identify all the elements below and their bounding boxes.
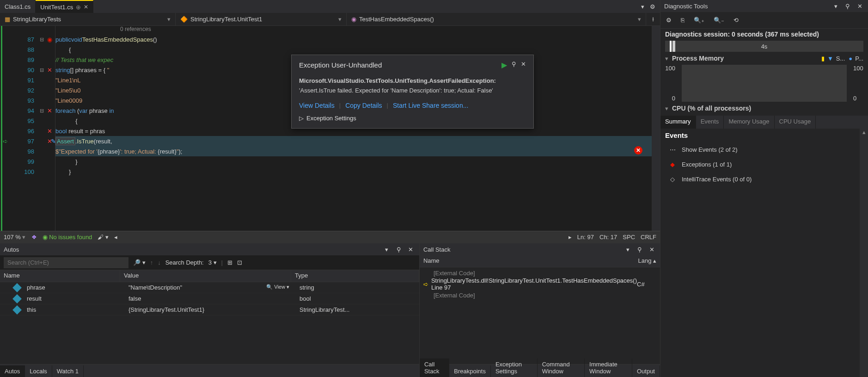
breadcrumb-method[interactable]: ◉TestHasEmbeddedSpaces()▾ (347, 13, 646, 25)
tab-watch1[interactable]: Watch 1 (52, 365, 84, 377)
variable-icon (12, 283, 22, 292)
copy-details-link[interactable]: Copy Details (345, 102, 382, 109)
tab-breakpoints[interactable]: Breakpoints (449, 365, 491, 377)
continue-icon[interactable]: ▶ (501, 61, 507, 69)
health-icon[interactable]: ❖ (31, 234, 37, 241)
pin-icon[interactable]: ⚲ (394, 245, 403, 254)
callstack-row[interactable]: ➪ StringLibraryTests.dll!StringLibraryTe… (420, 278, 660, 290)
event-intellitrace[interactable]: ◇ IntelliTrace Events (0 of 0) (660, 172, 868, 186)
memory-chart[interactable] (682, 65, 847, 102)
snapshot-icon[interactable]: ⎘ (681, 17, 685, 24)
brush-icon[interactable]: 🖌 ▾ (98, 234, 109, 241)
col-lang[interactable]: Lang ▴ (632, 255, 660, 267)
collapse-icon[interactable]: ▾ (665, 105, 668, 112)
tab-callstack[interactable]: Call Stack (420, 358, 449, 377)
expand-icon[interactable]: ⊡ (237, 259, 242, 266)
diag-tabs: Summary Events Memory Usage CPU Usage (660, 116, 868, 129)
live-share-link[interactable]: Start Live Share session... (393, 102, 468, 109)
diag-timeline[interactable]: 4s (665, 41, 863, 52)
tab-output[interactable]: Output (632, 365, 660, 377)
view-visualizer[interactable]: 🔍 View ▾ (266, 284, 292, 291)
gear-icon[interactable]: ⚙ (666, 17, 672, 24)
lineend-indicator[interactable]: CRLF (641, 234, 656, 241)
chevron-down-icon[interactable]: ▾ (638, 2, 647, 11)
tab-cpuusage[interactable]: CPU Usage (775, 116, 816, 129)
breakpoint-fail-icon[interactable]: ✕ (46, 127, 53, 135)
pin-icon[interactable]: ⚲ (635, 245, 644, 254)
collapse-icon[interactable]: ▾ (665, 55, 668, 62)
codelens-references[interactable]: 0 references (55, 26, 652, 34)
autos-row[interactable]: phrase "Name\tDescription"🔍 View ▾ strin… (0, 282, 419, 293)
close-icon[interactable]: ✕ (647, 245, 656, 254)
indent-indicator[interactable]: SPC (623, 234, 635, 241)
event-show-all[interactable]: ⋯ Show Events (2 of 2) (660, 142, 868, 157)
event-exceptions[interactable]: ◆ Exceptions (1 of 1) (660, 157, 868, 172)
breakpoint-fail-icon[interactable]: ✕ (46, 107, 53, 114)
zoom-in-icon[interactable]: 🔍₊ (694, 17, 704, 24)
tab-autos[interactable]: Autos (0, 365, 25, 377)
fold-icon[interactable]: ⊟ (40, 108, 44, 114)
breakpoint-fail-icon[interactable]: ✕ (46, 66, 53, 74)
autos-row[interactable]: this {StringLibraryTest.UnitTest1} Strin… (0, 304, 419, 315)
zoom-out-icon[interactable]: 🔍₋ (714, 17, 724, 24)
breadcrumb-namespace[interactable]: ▦StringLibraryTests▾ (0, 13, 176, 25)
col-name[interactable]: Name (420, 255, 632, 267)
window-menu-icon[interactable]: ▾ (623, 245, 632, 254)
autos-toolbar: 🔎 ▾ ↑ ↓ Search Depth: 3 ▾ | ⊞ ⊡ (0, 255, 419, 270)
tab-cmdwindow[interactable]: Command Window (538, 358, 585, 377)
variable-icon (12, 305, 22, 315)
col-name[interactable]: Name (0, 270, 120, 282)
exception-message: Microsoft.VisualStudio.TestTools.UnitTes… (299, 76, 526, 95)
tab-excsettings[interactable]: Exception Settings (491, 358, 538, 377)
close-icon[interactable]: ✕ (406, 245, 416, 254)
tab-memusage[interactable]: Memory Usage (724, 116, 774, 129)
col-indicator[interactable]: Ch: 17 (599, 234, 617, 241)
tab-locals[interactable]: Locals (25, 365, 52, 377)
fold-icon[interactable]: ⊟ (40, 67, 44, 73)
gear-icon[interactable]: ⚙ (648, 2, 657, 11)
split-icon[interactable]: ⫲ (648, 15, 658, 24)
exception-settings-toggle[interactable]: ▷Exception Settings (299, 115, 526, 122)
prev-icon[interactable]: ↑ (150, 259, 153, 266)
pin-icon[interactable]: ⚲ (512, 61, 516, 69)
callstack-row[interactable]: [External Code] (420, 290, 660, 301)
col-type[interactable]: Type (291, 270, 419, 282)
tab-class1[interactable]: Class1.cs (0, 0, 36, 13)
autos-bottom-tabs: Autos Locals Watch 1 (0, 364, 419, 377)
zoom-level[interactable]: 107 % (4, 234, 26, 241)
pin-icon[interactable]: ⊕ (76, 4, 81, 11)
pin-icon[interactable]: ⚲ (843, 1, 852, 11)
fold-icon[interactable]: ⊟ (40, 37, 44, 43)
close-icon[interactable]: ✕ (521, 61, 526, 69)
error-badge-icon[interactable]: ✕ (634, 146, 642, 155)
intellitrace-icon: ◇ (669, 175, 676, 183)
events-title: Events (660, 129, 868, 142)
code-editor[interactable]: 87⊟◉ 88 89 90⊟✕ 91 92 93 94⊟✕ 95 96✕ ➪97… (0, 26, 660, 231)
tab-unittest1[interactable]: UnitTest1.cs ⊕ ✕ (36, 0, 93, 13)
tab-events[interactable]: Events (696, 116, 724, 129)
breadcrumb-class[interactable]: 🔶StringLibraryTest.UnitTest1▾ (176, 13, 347, 25)
close-icon[interactable]: ✕ (84, 4, 88, 10)
search-icon[interactable]: 🔎 ▾ (133, 259, 146, 266)
tab-summary[interactable]: Summary (660, 116, 696, 129)
window-menu-icon[interactable]: ▾ (382, 245, 391, 254)
next-icon[interactable]: ↓ (158, 259, 161, 266)
scrollbar[interactable]: ▴ (860, 129, 868, 377)
issues-status[interactable]: ◉ No issues found (43, 234, 92, 241)
gutter: 87⊟◉ 88 89 90⊟✕ 91 92 93 94⊟✕ 95 96✕ ➪97… (0, 26, 55, 231)
tab-immediate[interactable]: Immediate Window (585, 358, 632, 377)
autos-row[interactable]: result false bool (0, 293, 419, 304)
window-menu-icon[interactable]: ▾ (831, 1, 840, 11)
tree-icon[interactable]: ⊞ (227, 259, 232, 266)
close-icon[interactable]: ✕ (855, 1, 864, 11)
search-depth-value[interactable]: 3 ▾ (208, 259, 217, 266)
view-details-link[interactable]: View Details (299, 102, 335, 109)
minimap[interactable] (652, 26, 660, 231)
line-indicator[interactable]: Ln: 97 (577, 234, 594, 241)
breakpoint-fail-icon[interactable]: ✕ (46, 137, 53, 145)
search-input[interactable] (4, 257, 128, 268)
code-area[interactable]: 0 references public void TestHasEmbedded… (55, 26, 652, 231)
col-value[interactable]: Value (120, 270, 291, 282)
file-tabs: Class1.cs UnitTest1.cs ⊕ ✕ ▾ ⚙ (0, 0, 660, 13)
reset-zoom-icon[interactable]: ⟲ (734, 17, 739, 24)
